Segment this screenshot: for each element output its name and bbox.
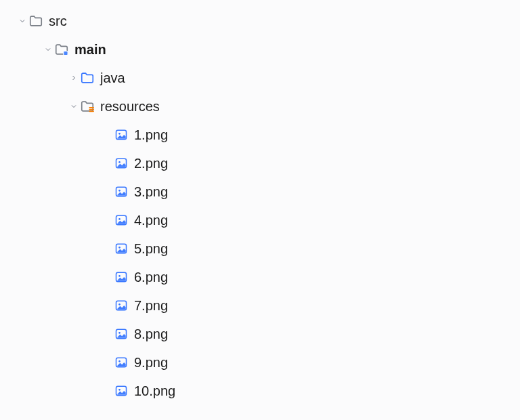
module-folder-icon: [54, 42, 69, 57]
tree-node-label: 8.png: [134, 320, 168, 348]
tree-node-label: 6.png: [134, 263, 168, 291]
image-file-icon: [114, 327, 129, 341]
tree-node-src[interactable]: src: [0, 7, 520, 35]
resource-folder-icon: [80, 99, 95, 114]
tree-node-label: 5.png: [134, 234, 168, 263]
chevron-down-icon[interactable]: [18, 16, 27, 26]
tree-node-main[interactable]: main: [0, 35, 520, 64]
svg-point-9: [118, 190, 121, 192]
svg-point-17: [118, 303, 121, 306]
image-file-icon: [114, 383, 129, 398]
tree-node-file[interactable]: 8.png: [0, 320, 520, 348]
image-file-icon: [114, 270, 129, 285]
tree-node-label: resources: [100, 92, 160, 121]
folder-icon: [28, 14, 43, 28]
svg-point-23: [118, 389, 121, 391]
chevron-right-icon[interactable]: [69, 73, 79, 83]
tree-node-label: main: [74, 35, 106, 64]
image-file-icon: [114, 241, 129, 256]
tree-node-label: 3.png: [134, 177, 168, 206]
svg-point-15: [118, 275, 121, 277]
svg-point-21: [118, 360, 121, 362]
tree-node-file[interactable]: 1.png: [0, 121, 520, 149]
tree-node-label: 10.png: [134, 377, 175, 405]
tree-node-label: 2.png: [134, 149, 168, 177]
tree-node-file[interactable]: 5.png: [0, 234, 520, 263]
chevron-down-icon[interactable]: [69, 102, 79, 111]
source-folder-icon: [80, 70, 95, 85]
image-file-icon: [114, 156, 129, 171]
project-tree: src main java: [0, 0, 520, 405]
tree-node-file[interactable]: 2.png: [0, 149, 520, 177]
svg-point-13: [118, 247, 121, 249]
tree-node-label: 7.png: [134, 291, 168, 320]
tree-node-file[interactable]: 7.png: [0, 291, 520, 320]
file-list: 1.png 2.png 3.png: [0, 121, 520, 405]
tree-node-file[interactable]: 6.png: [0, 263, 520, 291]
svg-point-11: [118, 218, 121, 220]
image-file-icon: [114, 184, 129, 199]
tree-node-resources[interactable]: resources: [0, 92, 520, 121]
chevron-down-icon[interactable]: [43, 45, 53, 54]
image-file-icon: [114, 213, 129, 228]
tree-node-label: 4.png: [134, 206, 168, 234]
image-file-icon: [114, 298, 129, 313]
svg-point-5: [118, 133, 121, 135]
tree-node-file[interactable]: 10.png: [0, 377, 520, 405]
tree-node-java[interactable]: java: [0, 64, 520, 92]
tree-node-file[interactable]: 3.png: [0, 177, 520, 206]
tree-node-label: 1.png: [134, 121, 168, 149]
image-file-icon: [114, 127, 129, 142]
tree-node-label: java: [100, 64, 125, 92]
svg-point-7: [118, 161, 121, 163]
image-file-icon: [114, 355, 129, 370]
tree-node-label: src: [49, 7, 67, 35]
tree-node-file[interactable]: 4.png: [0, 206, 520, 234]
tree-node-file[interactable]: 9.png: [0, 348, 520, 377]
svg-point-19: [118, 332, 121, 334]
svg-rect-0: [64, 51, 68, 55]
tree-node-label: 9.png: [134, 348, 168, 377]
